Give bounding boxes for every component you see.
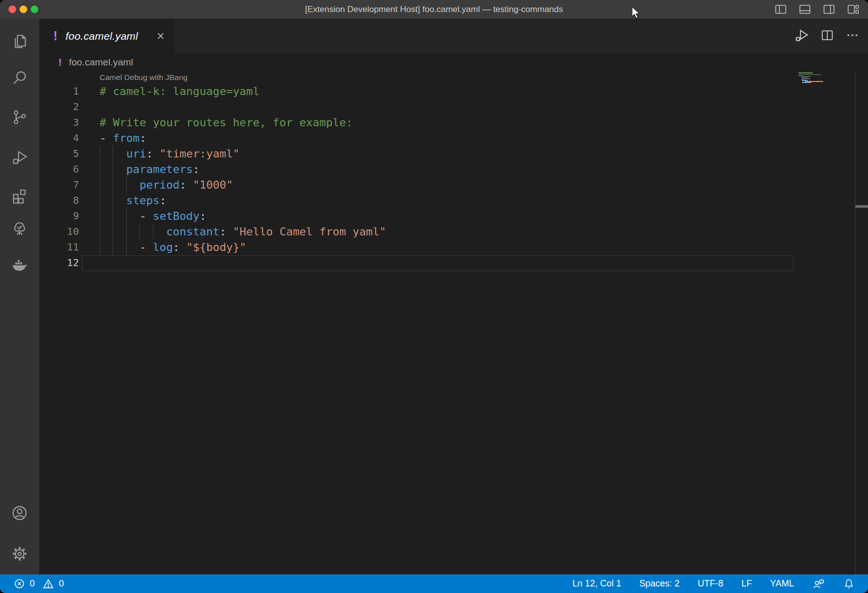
indent-guide	[153, 224, 153, 239]
indent-guide	[100, 177, 100, 193]
more-actions-icon[interactable]	[846, 29, 859, 44]
indent-guide	[113, 146, 113, 161]
code-row: 2	[39, 99, 834, 115]
code-row: 1# camel-k: language=yaml	[39, 83, 834, 99]
indent-guide	[100, 208, 100, 224]
code-line[interactable]: - log: "${body}"	[100, 239, 246, 255]
indent-guide	[126, 224, 127, 239]
indent-guide	[113, 208, 113, 224]
indent-guide	[100, 146, 100, 161]
code-row: 3# Write your routes here, for example:	[39, 115, 834, 130]
cursor-position-status[interactable]: Ln 12, Col 1	[572, 578, 621, 589]
code-line[interactable]: constant: "Hello Camel from yaml"	[100, 224, 386, 239]
problems-status[interactable]: 0 0	[14, 578, 67, 589]
indentation-status[interactable]: Spaces: 2	[639, 578, 679, 589]
language-mode-status[interactable]: YAML	[770, 578, 794, 589]
camel-file-icon: !	[58, 56, 62, 68]
indent-guide	[100, 161, 100, 177]
extensions-icon[interactable]	[0, 186, 39, 206]
line-number[interactable]: 8	[39, 193, 79, 208]
code-line[interactable]: parameters:	[100, 161, 200, 177]
accounts-icon[interactable]	[0, 503, 39, 523]
warnings-count: 0	[59, 578, 64, 589]
code-line[interactable]: uri: "timer:yaml"	[100, 146, 239, 161]
vscode-window: [Extension Development Host] foo.camel.y…	[0, 0, 868, 593]
code-line[interactable]: - from:	[100, 130, 146, 146]
code-area: 1# camel-k: language=yaml23# Write your …	[39, 83, 834, 271]
code-line[interactable]: period: "1000"	[100, 177, 233, 193]
code-row: 7 period: "1000"	[39, 177, 834, 193]
vertical-scrollbar[interactable]	[855, 71, 868, 574]
indent-guide	[113, 161, 113, 177]
line-number[interactable]: 3	[39, 115, 79, 130]
code-row: 6 parameters:	[39, 161, 834, 177]
code-row: 10 constant: "Hello Camel from yaml"	[39, 224, 834, 239]
toggle-primary-sidebar-icon[interactable]	[775, 5, 787, 14]
line-number[interactable]: 12	[39, 255, 79, 271]
indent-guide	[113, 193, 113, 208]
indent-guide	[126, 177, 127, 193]
line-number[interactable]: 7	[39, 177, 79, 193]
tab-bar: ! foo.camel.yaml	[39, 19, 868, 53]
notifications-bell-icon[interactable]	[843, 578, 855, 590]
toggle-secondary-sidebar-icon[interactable]	[823, 5, 835, 14]
breadcrumb-item-file[interactable]: foo.camel.yaml	[69, 57, 133, 68]
indent-guide	[126, 239, 127, 255]
settings-gear-icon[interactable]	[0, 544, 39, 564]
indent-guide	[100, 239, 100, 255]
indent-guide	[113, 224, 113, 239]
source-control-icon[interactable]	[0, 107, 39, 127]
editor-pane[interactable]: Camel Debug with JBang 1# camel-k: langu…	[39, 71, 868, 574]
window-title: [Extension Development Host] foo.camel.y…	[0, 0, 868, 19]
close-tab-icon[interactable]	[156, 31, 165, 41]
line-number[interactable]: 10	[39, 224, 79, 239]
code-row: 5 uri: "timer:yaml"	[39, 146, 834, 161]
errors-icon	[14, 578, 25, 589]
indent-guide	[139, 224, 140, 239]
line-number[interactable]: 2	[39, 99, 79, 115]
indent-guide	[126, 208, 127, 224]
code-line[interactable]: - setBody:	[100, 208, 206, 224]
line-number[interactable]: 5	[39, 146, 79, 161]
split-editor-icon[interactable]	[820, 28, 834, 44]
line-number[interactable]: 1	[39, 83, 79, 99]
line-number[interactable]: 9	[39, 208, 79, 224]
testing-tree-icon[interactable]	[0, 219, 39, 239]
indent-guide	[113, 239, 113, 255]
customize-layout-icon[interactable]	[847, 5, 859, 14]
code-row: 4- from:	[39, 130, 834, 146]
encoding-status[interactable]: UTF-8	[698, 578, 723, 589]
status-bar: 0 0 Ln 12, Col 1 Spaces: 2 UTF-8 LF YAML	[0, 574, 868, 593]
code-line[interactable]: # camel-k: language=yaml	[100, 83, 259, 99]
codelens-camel-debug[interactable]: Camel Debug with JBang	[100, 71, 188, 83]
indent-guide	[113, 177, 113, 193]
run-or-debug-icon[interactable]	[794, 28, 809, 45]
code-row: 11 - log: "${body}"	[39, 239, 834, 255]
line-number[interactable]: 11	[39, 239, 79, 255]
scrollbar-marker	[855, 205, 868, 208]
line-number[interactable]: 4	[39, 130, 79, 146]
warnings-icon	[43, 578, 54, 589]
camel-file-icon: !	[53, 29, 57, 43]
code-line[interactable]: # Write your routes here, for example:	[100, 115, 353, 130]
code-row: 8 steps:	[39, 193, 834, 208]
line-number[interactable]: 6	[39, 161, 79, 177]
feedback-icon[interactable]	[812, 577, 825, 590]
tab-label: foo.camel.yaml	[65, 30, 151, 42]
run-and-debug-icon[interactable]	[0, 147, 39, 167]
breadcrumbs: ! foo.camel.yaml	[39, 53, 868, 71]
toggle-panel-icon[interactable]	[799, 5, 811, 14]
minimap[interactable]	[795, 71, 855, 574]
tab-foo-camel-yaml[interactable]: ! foo.camel.yaml	[39, 19, 175, 53]
search-icon[interactable]	[0, 68, 39, 88]
code-row: 12	[39, 255, 834, 271]
eol-status[interactable]: LF	[741, 578, 752, 589]
indent-guide	[100, 193, 100, 208]
title-bar[interactable]: [Extension Development Host] foo.camel.y…	[0, 0, 868, 19]
docker-icon[interactable]	[0, 255, 39, 275]
code-line[interactable]: steps:	[100, 193, 166, 208]
indent-guide	[100, 224, 100, 239]
activity-bar	[0, 19, 39, 574]
code-row: 9 - setBody:	[39, 208, 834, 224]
explorer-icon[interactable]	[0, 32, 39, 52]
